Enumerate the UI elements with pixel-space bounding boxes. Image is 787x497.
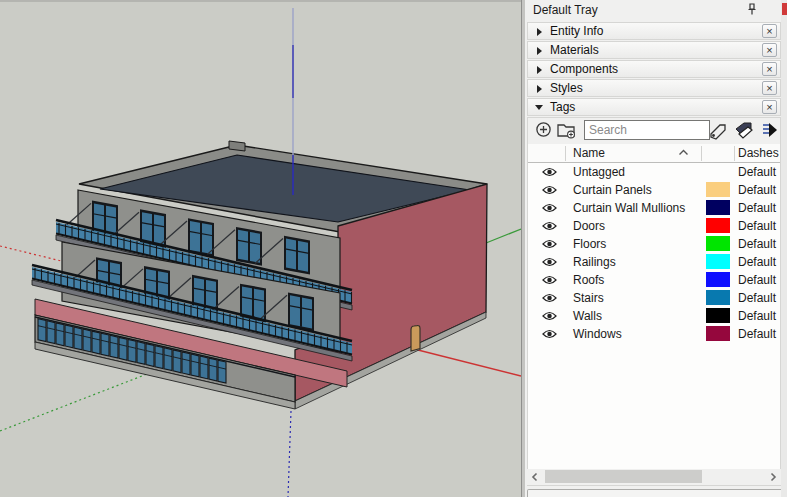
panel-title: Materials bbox=[550, 43, 599, 57]
tag-name: Walls bbox=[573, 309, 602, 323]
column-header-dashes[interactable]: Dashes bbox=[738, 146, 779, 160]
tray-title: Default Tray bbox=[533, 3, 598, 17]
pin-icon[interactable] bbox=[745, 3, 759, 17]
tag-row-curtain-wall-mullions[interactable]: Curtain Wall MullionsDefault bbox=[528, 199, 780, 217]
storefront-pane bbox=[137, 342, 145, 365]
visibility-eye-icon[interactable] bbox=[542, 239, 557, 249]
tag-color-swatch[interactable] bbox=[706, 182, 730, 197]
storefront-pane bbox=[101, 333, 109, 356]
color-by-tag-button[interactable] bbox=[733, 121, 755, 141]
tag-dashes-value[interactable]: Default bbox=[738, 255, 776, 269]
storefront-pane bbox=[56, 323, 64, 346]
tag-color-swatch[interactable] bbox=[706, 200, 730, 215]
visibility-eye-icon[interactable] bbox=[542, 257, 557, 267]
panel-header-styles[interactable]: Styles× bbox=[527, 79, 781, 97]
panel-header-entity-info[interactable]: Entity Info× bbox=[527, 22, 781, 40]
tag-color-swatch[interactable] bbox=[706, 218, 730, 233]
panel-title: Components bbox=[550, 62, 618, 76]
tag-dashes-value[interactable]: Default bbox=[738, 219, 776, 233]
sort-ascending-icon[interactable] bbox=[678, 149, 689, 156]
next-panel-edge bbox=[527, 489, 783, 497]
tag-dashes-value[interactable]: Default bbox=[738, 201, 776, 215]
panel-close-button[interactable]: × bbox=[762, 81, 777, 95]
chevron-down-icon[interactable] bbox=[535, 105, 543, 110]
building-model[interactable] bbox=[32, 141, 487, 409]
tag-row-walls[interactable]: WallsDefault bbox=[528, 307, 780, 325]
column-separator bbox=[734, 146, 735, 161]
visibility-eye-icon[interactable] bbox=[542, 185, 557, 195]
column-header-name[interactable]: Name bbox=[573, 146, 605, 160]
tag-row-doors[interactable]: DoorsDefault bbox=[528, 217, 780, 235]
panel-header-materials[interactable]: Materials× bbox=[527, 41, 781, 59]
tag-color-swatch[interactable] bbox=[706, 254, 730, 269]
search-input[interactable] bbox=[584, 120, 710, 140]
storefront-pane bbox=[92, 331, 100, 354]
model-canvas[interactable] bbox=[0, 0, 521, 497]
tag-name: Floors bbox=[573, 237, 606, 251]
tag-color-swatch[interactable] bbox=[706, 326, 730, 341]
panel-close-button[interactable]: × bbox=[762, 43, 777, 57]
tag-row-curtain-panels[interactable]: Curtain PanelsDefault bbox=[528, 181, 780, 199]
tag-dashes-value[interactable]: Default bbox=[738, 291, 776, 305]
chevron-right-icon[interactable] bbox=[537, 28, 542, 36]
visibility-eye-icon[interactable] bbox=[542, 221, 557, 231]
tag-color-swatch[interactable] bbox=[706, 272, 730, 287]
details-arrow-icon bbox=[760, 121, 780, 139]
tag-row-stairs[interactable]: StairsDefault bbox=[528, 289, 780, 307]
visibility-eye-icon[interactable] bbox=[542, 329, 557, 339]
tag-color-swatch[interactable] bbox=[706, 290, 730, 305]
storefront-pane bbox=[173, 350, 181, 373]
chevron-right-icon[interactable] bbox=[537, 47, 542, 55]
tag-row-railings[interactable]: RailingsDefault bbox=[528, 253, 780, 271]
panel-header-tags[interactable]: Tags× bbox=[527, 98, 781, 116]
panel-close-button[interactable]: × bbox=[762, 100, 777, 114]
tag-color-swatch[interactable] bbox=[706, 308, 730, 323]
pencil-tag-button[interactable] bbox=[707, 121, 729, 141]
tag-name: Roofs bbox=[573, 273, 604, 287]
tag-name: Curtain Wall Mullions bbox=[573, 201, 685, 215]
tag-row-floors[interactable]: FloorsDefault bbox=[528, 235, 780, 253]
chevron-right-icon[interactable] bbox=[537, 85, 542, 93]
tag-dashes-value[interactable]: Default bbox=[738, 237, 776, 251]
storefront-pane bbox=[209, 358, 217, 381]
scroll-right-arrow[interactable] bbox=[766, 470, 780, 484]
tag-row-untagged[interactable]: UntaggedDefault bbox=[528, 163, 780, 181]
tag-dashes-value[interactable]: Default bbox=[738, 327, 776, 341]
paint-tag-icon bbox=[733, 121, 755, 141]
visibility-eye-icon[interactable] bbox=[542, 311, 557, 321]
panel-title: Entity Info bbox=[550, 24, 603, 38]
tag-dashes-value[interactable]: Default bbox=[738, 165, 776, 179]
tags-column-header[interactable]: Name Dashes bbox=[528, 144, 780, 163]
door bbox=[411, 326, 420, 351]
3d-viewport[interactable] bbox=[0, 0, 521, 497]
visibility-eye-icon[interactable] bbox=[542, 167, 557, 177]
details-menu-button[interactable] bbox=[759, 121, 781, 141]
panel-close-button[interactable]: × bbox=[762, 62, 777, 76]
tag-dashes-value[interactable]: Default bbox=[738, 273, 776, 287]
tag-dashes-value[interactable]: Default bbox=[738, 183, 776, 197]
tag-name: Windows bbox=[573, 327, 622, 341]
scroll-left-arrow[interactable] bbox=[528, 470, 542, 484]
chevron-right-icon[interactable] bbox=[537, 66, 542, 74]
visibility-eye-icon[interactable] bbox=[542, 275, 557, 285]
add-tag-folder-button[interactable] bbox=[556, 121, 578, 141]
tag-color-swatch[interactable] bbox=[706, 236, 730, 251]
tag-row-windows[interactable]: WindowsDefault bbox=[528, 325, 780, 343]
parapet-corner-block bbox=[229, 141, 245, 151]
storefront-pane bbox=[83, 329, 91, 352]
storefront-pane bbox=[47, 321, 55, 344]
horizontal-scrollbar[interactable] bbox=[527, 469, 781, 485]
tray-titlebar: Default Tray bbox=[525, 0, 787, 21]
scrollbar-thumb[interactable] bbox=[545, 470, 702, 483]
visibility-eye-icon[interactable] bbox=[542, 293, 557, 303]
tag-dashes-value[interactable]: Default bbox=[738, 309, 776, 323]
tag-row-roofs[interactable]: RoofsDefault bbox=[528, 271, 780, 289]
window-edge-red-sliver bbox=[782, 3, 787, 15]
panel-close-button[interactable]: × bbox=[762, 24, 777, 38]
red-axis bbox=[414, 349, 521, 376]
visibility-eye-icon[interactable] bbox=[542, 203, 557, 213]
tag-name: Curtain Panels bbox=[573, 183, 652, 197]
tag-name: Railings bbox=[573, 255, 616, 269]
add-tag-button[interactable] bbox=[532, 121, 554, 141]
panel-header-components[interactable]: Components× bbox=[527, 60, 781, 78]
